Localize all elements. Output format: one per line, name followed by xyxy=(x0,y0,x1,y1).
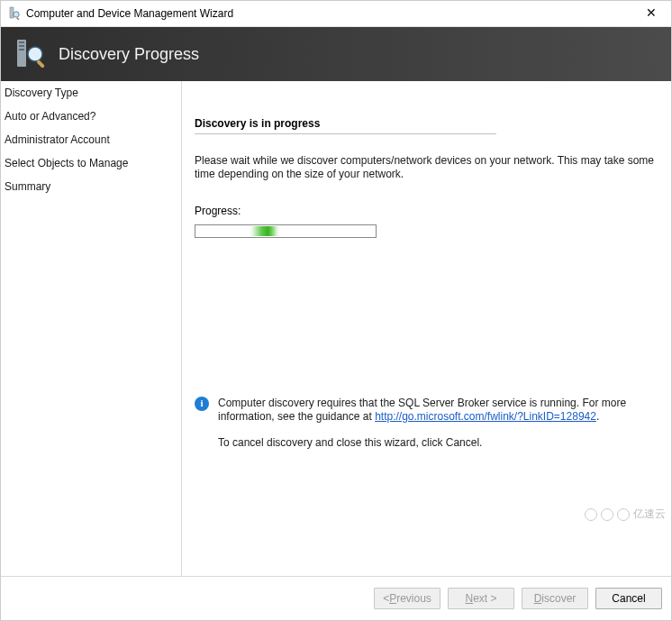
progress-bar xyxy=(195,224,377,238)
svg-rect-8 xyxy=(36,59,45,68)
next-button: Next > xyxy=(448,588,514,609)
progress-marquee-chunk xyxy=(250,226,280,236)
svg-rect-4 xyxy=(19,41,24,43)
svg-rect-3 xyxy=(17,40,26,67)
content-pane: Discovery is in progress Please wait whi… xyxy=(182,81,671,576)
banner-icon xyxy=(12,36,48,72)
info-icon xyxy=(195,397,209,411)
info-block: Computer discovery requires that the SQL… xyxy=(195,397,658,450)
svg-rect-5 xyxy=(19,45,24,47)
previous-button: < Previous xyxy=(374,588,440,609)
info-text-suffix: . xyxy=(596,410,599,423)
titlebar: Computer and Device Management Wizard ✕ xyxy=(1,1,671,27)
nav-item-administrator-account[interactable]: Administrator Account xyxy=(1,128,181,151)
window-title: Computer and Device Management Wizard xyxy=(26,7,637,20)
description-text: Please wait while we discover computers/… xyxy=(195,154,658,181)
watermark-circle-icon xyxy=(601,508,613,521)
svg-point-7 xyxy=(28,47,42,61)
info-link[interactable]: http://go.microsoft.com/fwlink/?LinkID=1… xyxy=(375,410,596,423)
svg-point-1 xyxy=(14,12,19,17)
info-text: Computer discovery requires that the SQL… xyxy=(218,397,658,450)
watermark-circle-icon xyxy=(585,508,597,521)
body: Discovery Type Auto or Advanced? Adminis… xyxy=(1,81,671,576)
watermark-circle-icon xyxy=(617,508,630,521)
nav-item-select-objects[interactable]: Select Objects to Manage xyxy=(1,151,181,175)
section-heading: Discovery is in progress xyxy=(195,117,496,134)
watermark: 亿速云 xyxy=(585,507,666,522)
wizard-window: Computer and Device Management Wizard ✕ … xyxy=(0,0,672,621)
discover-button: Discover xyxy=(522,588,588,609)
nav-sidebar: Discovery Type Auto or Advanced? Adminis… xyxy=(1,81,182,576)
footer: < Previous Next > Discover Cancel xyxy=(1,576,671,620)
banner-title: Discovery Progress xyxy=(59,45,199,64)
svg-rect-2 xyxy=(16,17,19,20)
nav-item-auto-or-advanced[interactable]: Auto or Advanced? xyxy=(1,105,181,128)
nav-item-discovery-type[interactable]: Discovery Type xyxy=(1,81,181,105)
cancel-hint: To cancel discovery and close this wizar… xyxy=(218,436,658,450)
app-icon xyxy=(6,6,21,21)
svg-rect-6 xyxy=(19,49,24,50)
nav-item-summary[interactable]: Summary xyxy=(1,175,181,198)
svg-rect-0 xyxy=(10,7,14,18)
close-button[interactable]: ✕ xyxy=(637,5,666,23)
cancel-button[interactable]: Cancel xyxy=(595,588,662,609)
watermark-text: 亿速云 xyxy=(633,507,666,522)
progress-label: Progress: xyxy=(195,205,658,217)
banner: Discovery Progress xyxy=(1,27,671,81)
